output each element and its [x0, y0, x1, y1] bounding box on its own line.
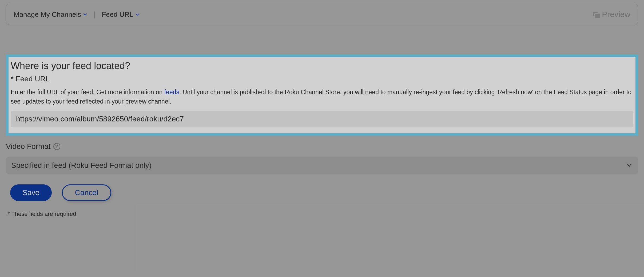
required-note: * These fields are required [6, 211, 638, 217]
button-row: Save Cancel [6, 184, 638, 201]
breadcrumb-left: Manage My Channels | Feed URL [14, 10, 139, 19]
breadcrumb-bar: Manage My Channels | Feed URL Preview [6, 4, 638, 25]
section-heading: Where is your feed located? [11, 60, 633, 72]
feed-url-description: Enter the full URL of your feed. Get mor… [11, 88, 633, 106]
save-button[interactable]: Save [10, 184, 52, 201]
video-format-select[interactable]: Specified in feed (Roku Feed Format only… [6, 157, 638, 174]
feeds-link[interactable]: feeds [164, 89, 179, 96]
preview-button[interactable]: Preview [593, 10, 630, 19]
feed-url-input[interactable] [11, 111, 633, 127]
breadcrumb-feed-url[interactable]: Feed URL [102, 10, 139, 19]
cancel-button[interactable]: Cancel [62, 184, 111, 201]
description-pre: Enter the full URL of your feed. Get mor… [11, 89, 164, 96]
preview-label: Preview [602, 10, 630, 19]
breadcrumb-manage-channels[interactable]: Manage My Channels [14, 10, 87, 19]
feed-url-label: * Feed URL [11, 75, 633, 83]
chevron-down-icon [83, 13, 87, 16]
video-format-select-wrapper: Specified in feed (Roku Feed Format only… [6, 157, 638, 174]
video-format-section: Video Format ? Specified in feed (Roku F… [6, 142, 638, 174]
video-format-label: Video Format [6, 142, 51, 151]
breadcrumb-label: Feed URL [102, 10, 133, 19]
help-icon[interactable]: ? [53, 143, 60, 150]
feed-url-section: Where is your feed located? * Feed URL E… [6, 54, 638, 136]
breadcrumb-label: Manage My Channels [14, 10, 81, 19]
breadcrumb-divider: | [93, 10, 95, 19]
video-format-label-row: Video Format ? [6, 142, 638, 151]
select-value: Specified in feed (Roku Feed Format only… [11, 161, 152, 170]
preview-icon [593, 12, 599, 17]
chevron-down-icon [136, 13, 139, 16]
